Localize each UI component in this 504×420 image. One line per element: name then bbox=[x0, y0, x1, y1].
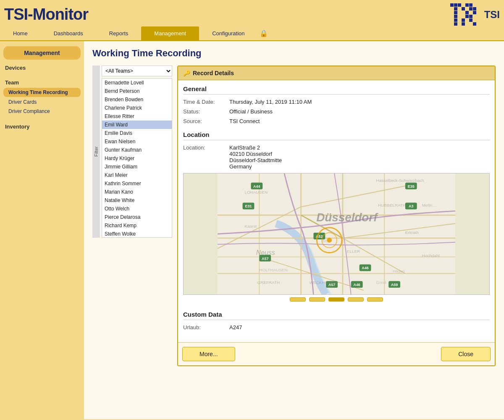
person-item[interactable]: Gunter Kaufman bbox=[102, 146, 172, 154]
location-title: Location bbox=[183, 131, 490, 140]
map-nav bbox=[183, 295, 490, 304]
person-item[interactable]: Kathrin Sommer bbox=[102, 179, 172, 188]
person-item[interactable]: Karl Meier bbox=[102, 171, 172, 179]
svg-text:A46: A46 bbox=[353, 283, 360, 287]
field-source: Source: TSI Connect bbox=[183, 118, 490, 124]
record-header-label: Record Details bbox=[193, 70, 234, 76]
person-item[interactable]: Bernd Peterson bbox=[102, 87, 172, 95]
sidebar-item-working-time[interactable]: Working Time Recording bbox=[3, 88, 81, 97]
person-item[interactable]: Richard Kemp bbox=[102, 221, 172, 230]
svg-text:GREFRATH: GREFRATH bbox=[257, 280, 280, 285]
svg-text:Neuss: Neuss bbox=[256, 249, 275, 256]
field-label-status: Status: bbox=[183, 108, 229, 115]
close-button[interactable]: Close bbox=[441, 347, 491, 361]
person-item[interactable]: Otto Welch bbox=[102, 205, 172, 213]
svg-text:A59: A59 bbox=[391, 283, 398, 287]
person-item[interactable]: Emilie Davis bbox=[102, 129, 172, 137]
layout: Management Devices Team Working Time Rec… bbox=[0, 41, 504, 419]
svg-text:Hasselbeck-Schwarzbach: Hasselbeck-Schwarzbach bbox=[376, 178, 424, 183]
team-filter-dropdown[interactable]: <All Teams> bbox=[102, 66, 172, 76]
person-item[interactable]: Ellesse Ritter bbox=[102, 112, 172, 121]
filter-content: <All Teams> Bernadette LovellBernd Peter… bbox=[102, 66, 172, 238]
person-item[interactable]: Pierce Delarosa bbox=[102, 213, 172, 221]
svg-text:ELLER: ELLER bbox=[347, 249, 360, 254]
location-section: Location Location: KarlStraße 2 40210 Dü… bbox=[183, 131, 490, 304]
map-nav-btn-5[interactable] bbox=[367, 297, 383, 302]
svg-text:A44: A44 bbox=[253, 184, 260, 189]
map-nav-btn-2[interactable] bbox=[309, 297, 325, 302]
field-status: Status: Official / Business bbox=[183, 108, 490, 115]
field-value-status: Official / Business bbox=[229, 108, 273, 115]
field-urlaub: Urlaub: A247 bbox=[183, 324, 490, 331]
nav-reports[interactable]: Reports bbox=[96, 26, 142, 40]
person-item[interactable]: Charlene Patrick bbox=[102, 104, 172, 112]
more-button[interactable]: More... bbox=[182, 347, 235, 361]
filter-panel: Filter <All Teams> Bernadette LovellBern… bbox=[92, 66, 172, 238]
field-time-date: Time & Date: Thursday, July 11, 2019 11:… bbox=[183, 99, 490, 105]
svg-text:Kaarst: Kaarst bbox=[245, 224, 257, 228]
svg-text:E35: E35 bbox=[408, 184, 415, 189]
nav-management[interactable]: Management bbox=[141, 26, 199, 40]
person-item[interactable]: Ewan Nielsen bbox=[102, 137, 172, 146]
svg-text:Grind: Grind bbox=[376, 280, 386, 285]
svg-text:LOHAUSEN: LOHAUSEN bbox=[245, 190, 268, 194]
sidebar-group-team: Team bbox=[0, 76, 84, 87]
sidebar-item-driver-cards[interactable]: Driver Cards bbox=[0, 97, 84, 107]
field-value-location: KarlStraße 2 40210 Düsseldorf Düsseldorf… bbox=[229, 144, 282, 170]
person-list: Bernadette LovellBernd PetersonBrenden B… bbox=[102, 78, 172, 238]
general-title: General bbox=[183, 85, 490, 94]
custom-data-title: Custom Data bbox=[183, 311, 490, 320]
bottom-buttons: More... Close bbox=[178, 342, 495, 365]
person-item[interactable]: Steffen Wolke bbox=[102, 230, 172, 238]
page-title: Working Time Recording bbox=[92, 48, 496, 59]
map-nav-btn-4[interactable] bbox=[348, 297, 364, 302]
field-location: Location: KarlStraße 2 40210 Düsseldorf … bbox=[183, 144, 490, 170]
left-panel: Filter <All Teams> Bernadette LovellBern… bbox=[92, 66, 172, 366]
nav-configuration[interactable]: Configuration bbox=[199, 26, 257, 40]
field-label-urlaub: Urlaub: bbox=[183, 324, 229, 331]
sidebar-group-devices: Devices bbox=[0, 61, 84, 73]
sidebar: Management Devices Team Working Time Rec… bbox=[0, 41, 84, 419]
record-panel: 🔑 Record Details General Time & Date: Th… bbox=[177, 66, 496, 366]
svg-text:HUBBELRATH: HUBBELRATH bbox=[378, 203, 406, 207]
svg-text:WECKHOVEN: WECKHOVEN bbox=[309, 280, 336, 285]
field-value-urlaub: A247 bbox=[229, 324, 242, 331]
field-label-source: Source: bbox=[183, 118, 229, 124]
nav: Home Dashboards Reports Management Confi… bbox=[0, 26, 504, 41]
person-item[interactable]: Jimmie Gilliam bbox=[102, 163, 172, 171]
main-content: Working Time Recording Filter <All Teams… bbox=[84, 41, 504, 419]
person-item[interactable]: Hardy Krüger bbox=[102, 154, 172, 163]
general-section: General Time & Date: Thursday, July 11, … bbox=[183, 85, 490, 124]
person-item[interactable]: Bernadette Lovell bbox=[102, 79, 172, 87]
field-value-source: TSI Connect bbox=[229, 118, 260, 124]
tsi-logo-container: TSI bbox=[450, 3, 500, 26]
svg-text:A57: A57 bbox=[262, 257, 268, 261]
sidebar-item-driver-compliance[interactable]: Driver Compliance bbox=[0, 107, 84, 116]
key-icon: 🔑 bbox=[183, 70, 190, 76]
map-svg: A44 E35 A3 E31 A57 bbox=[184, 173, 489, 294]
nav-home[interactable]: Home bbox=[0, 26, 41, 40]
tsi-text-logo: TSI bbox=[484, 9, 500, 21]
svg-text:Hilden: Hilden bbox=[393, 269, 404, 273]
svg-text:Erkrath: Erkrath bbox=[405, 230, 419, 235]
svg-text:E31: E31 bbox=[245, 204, 252, 208]
svg-text:HOLTHAUSEN: HOLTHAUSEN bbox=[259, 268, 287, 272]
map-nav-btn-1[interactable] bbox=[290, 297, 306, 302]
record-header: 🔑 Record Details bbox=[178, 66, 495, 80]
person-item[interactable]: Brenden Bowden bbox=[102, 95, 172, 104]
person-item[interactable]: Marian Kano bbox=[102, 188, 172, 196]
person-item[interactable]: Emil Ward bbox=[102, 121, 172, 129]
map-container: A44 E35 A3 E31 A57 bbox=[183, 173, 490, 295]
field-value-time: Thursday, July 11, 2019 11:10 AM bbox=[229, 99, 312, 105]
sidebar-title: Management bbox=[3, 46, 81, 60]
field-label-time: Time & Date: bbox=[183, 99, 229, 105]
svg-text:Hochdahl: Hochdahl bbox=[422, 253, 440, 258]
tsi-logo-grid bbox=[450, 3, 480, 26]
map-nav-btn-3[interactable] bbox=[328, 297, 344, 302]
person-item[interactable]: Natalie White bbox=[102, 196, 172, 205]
svg-text:Düsseldorf: Düsseldorf bbox=[316, 211, 378, 224]
nav-dashboards[interactable]: Dashboards bbox=[41, 26, 96, 40]
record-body: General Time & Date: Thursday, July 11, … bbox=[178, 80, 495, 342]
svg-text:A46: A46 bbox=[362, 266, 368, 270]
svg-text:Mettn...: Mettn... bbox=[422, 203, 436, 207]
